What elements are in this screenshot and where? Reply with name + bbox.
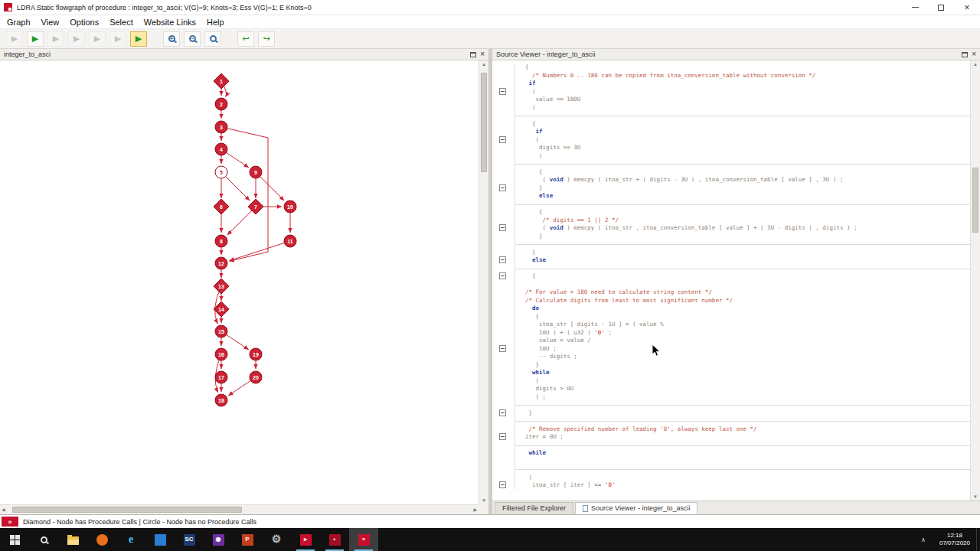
code-gutter xyxy=(492,104,515,112)
powerpoint-icon[interactable]: P xyxy=(233,528,262,551)
flowgraph-vscrollbar[interactable]: ▲ ▼ xyxy=(479,60,488,504)
collapse-toggle-icon[interactable] xyxy=(499,481,506,488)
flowgraph-canvas[interactable]: 1234596710811121314151619172018 ▲ ▼ ◀ ▶ xyxy=(0,60,488,514)
ldra-flowgraph-icon[interactable]: » xyxy=(349,528,378,551)
menu-view[interactable]: View xyxy=(36,18,65,27)
flow-node-14[interactable]: 14 xyxy=(214,302,229,317)
sc-app-icon[interactable]: SC xyxy=(175,528,204,551)
zoom-reset-button[interactable] xyxy=(204,31,221,47)
collapse-toggle-icon[interactable] xyxy=(499,224,506,231)
flow-node-4[interactable]: 4 xyxy=(215,143,227,155)
menu-graph[interactable]: Graph xyxy=(2,18,36,27)
code-line: /* Numbers 0 .. 180 can be copied from i… xyxy=(492,72,970,80)
show-desktop-button[interactable] xyxy=(976,528,980,551)
float-panel-icon[interactable] xyxy=(470,52,476,57)
statusbar: » Diamond - Node has Procedure Calls | C… xyxy=(0,514,980,528)
collapse-toggle-icon[interactable] xyxy=(499,409,506,416)
flow-node-20[interactable]: 20 xyxy=(250,371,262,383)
scroll-down-icon[interactable]: ▼ xyxy=(973,494,978,499)
internet-explorer-icon[interactable]: e xyxy=(116,528,145,551)
code-line: ( xyxy=(492,474,970,482)
close-panel-icon[interactable]: × xyxy=(972,51,976,58)
flow-node-12[interactable]: 12 xyxy=(215,257,227,269)
flowgraph-tool-6[interactable]: ▶ xyxy=(109,31,126,47)
flow-node-5[interactable]: 5 xyxy=(215,166,227,178)
flowgraph-tool-3[interactable]: ▶ xyxy=(47,31,64,47)
flowgraph-tool-7[interactable]: ▶ xyxy=(130,31,147,47)
flow-node-17[interactable]: 17 xyxy=(215,371,227,383)
scroll-up-icon[interactable]: ▲ xyxy=(973,62,978,67)
menu-website-links[interactable]: Website Links xyxy=(139,18,201,27)
collapse-toggle-icon[interactable] xyxy=(499,433,506,440)
code-gutter xyxy=(492,337,515,345)
collapse-toggle-icon[interactable] xyxy=(499,184,506,191)
start-button[interactable] xyxy=(0,528,29,551)
flow-node-16[interactable]: 16 xyxy=(215,348,227,360)
flow-node-9[interactable]: 9 xyxy=(250,166,262,178)
hscroll-thumb[interactable] xyxy=(12,507,242,513)
flowgraph-tool-1[interactable]: ▶ xyxy=(6,31,23,47)
ldra-app-icon-2[interactable]: ▪ xyxy=(320,528,349,551)
tray-expand-icon[interactable]: ∧ xyxy=(913,536,933,543)
code-line: { xyxy=(492,313,970,321)
close-panel-icon[interactable]: × xyxy=(480,51,485,58)
flowgraph-tool-4[interactable]: ▶ xyxy=(68,31,85,47)
menu-select[interactable]: Select xyxy=(104,18,139,27)
scroll-right-icon[interactable]: ▶ xyxy=(473,507,477,512)
menu-options[interactable]: Options xyxy=(64,18,104,27)
nav-forward-button[interactable]: ↪ xyxy=(258,31,275,47)
source-vscrollbar[interactable]: ▲ ▼ xyxy=(970,60,980,500)
minimize-button[interactable] xyxy=(902,0,928,15)
collapse-toggle-icon[interactable] xyxy=(499,88,506,95)
nav-back-button[interactable]: ↩ xyxy=(237,31,254,47)
settings-gears-icon[interactable]: ⚙ xyxy=(262,528,291,551)
scroll-down-icon[interactable]: ▼ xyxy=(482,498,486,503)
code-gutter xyxy=(492,272,515,281)
search-button[interactable] xyxy=(29,528,58,551)
float-panel-icon[interactable] xyxy=(962,52,968,57)
vscroll-thumb[interactable] xyxy=(972,168,978,233)
close-button[interactable]: × xyxy=(954,0,980,15)
flow-node-8[interactable]: 8 xyxy=(215,235,227,247)
nav-back-button-icon: ↩ xyxy=(242,34,249,43)
app-icon-blue[interactable] xyxy=(145,528,175,551)
tab-source-viewer[interactable]: Source Viewer - integer_to_ascii xyxy=(575,502,697,514)
source-viewer-header: Source Viewer - integer_to_ascii × xyxy=(492,49,980,60)
menu-help[interactable]: Help xyxy=(201,18,230,27)
scroll-left-icon[interactable]: ◀ xyxy=(2,507,5,512)
flow-node-2[interactable]: 2 xyxy=(215,98,227,110)
flowgraph-tool-5[interactable]: ▶ xyxy=(89,31,106,47)
firefox-icon[interactable] xyxy=(87,528,116,551)
flowgraph-tool-2[interactable]: ▶ xyxy=(27,31,44,47)
zoom-out-button[interactable]: − xyxy=(184,31,201,47)
zoom-in-button[interactable]: + xyxy=(163,31,180,47)
taskbar-clock[interactable]: 12:18 07/07/2020 xyxy=(933,532,976,547)
flow-node-6[interactable]: 6 xyxy=(214,199,229,214)
flowgraph-hscrollbar[interactable]: ◀ ▶ xyxy=(0,504,479,514)
ldra-app-icon xyxy=(4,3,12,11)
magnifier-icon: + xyxy=(168,35,175,42)
vscroll-thumb[interactable] xyxy=(481,73,487,172)
flow-node-13[interactable]: 13 xyxy=(214,279,229,294)
flow-node-18[interactable]: 18 xyxy=(215,394,227,406)
tab-filtered-file-explorer[interactable]: Filtered File Explorer xyxy=(495,502,573,514)
camera-app-icon[interactable]: ◉ xyxy=(204,528,233,551)
ldra-app-icon-1[interactable]: ▸ xyxy=(291,528,320,551)
flow-node-1[interactable]: 1 xyxy=(214,73,229,89)
collapse-toggle-icon[interactable] xyxy=(499,256,506,263)
file-explorer-icon[interactable] xyxy=(58,528,87,551)
flow-node-11[interactable]: 11 xyxy=(284,235,296,247)
code-line: } xyxy=(492,249,970,257)
collapse-toggle-icon[interactable] xyxy=(499,272,506,279)
flow-node-15[interactable]: 15 xyxy=(215,325,227,337)
flow-node-10[interactable]: 10 xyxy=(284,201,296,213)
maximize-button[interactable] xyxy=(928,0,954,15)
flow-node-3[interactable]: 3 xyxy=(215,121,227,133)
collapse-toggle-icon[interactable] xyxy=(499,345,506,352)
flow-node-19[interactable]: 19 xyxy=(250,348,262,360)
tab-label: Filtered File Explorer xyxy=(502,504,566,512)
scroll-up-icon[interactable]: ▲ xyxy=(482,62,486,67)
source-code-area[interactable]: { /* Numbers 0 .. 180 can be copied from… xyxy=(492,60,980,500)
code-gutter xyxy=(492,136,515,145)
collapse-toggle-icon[interactable] xyxy=(499,136,506,143)
